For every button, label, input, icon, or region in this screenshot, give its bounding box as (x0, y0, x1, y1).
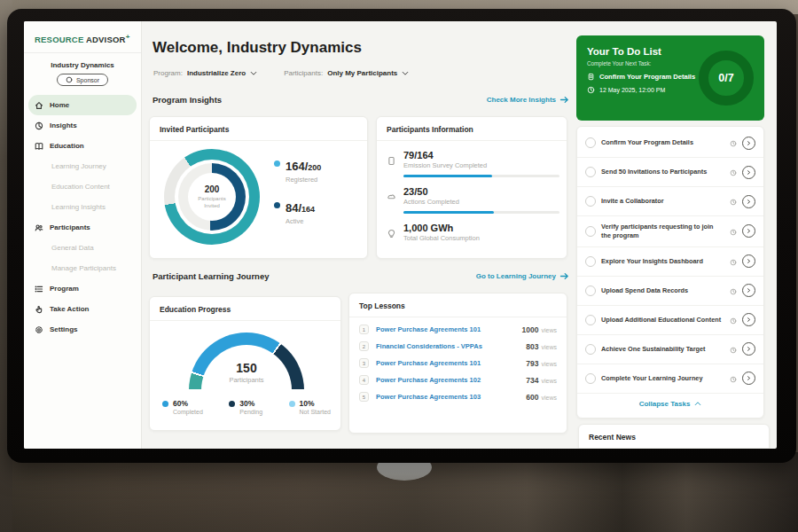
lesson-link[interactable]: Power Purchase Agreements 102 (376, 376, 519, 384)
views-suffix: views (541, 344, 557, 350)
sidebar-item-learning-insights[interactable]: Learning Insights (24, 197, 141, 217)
sidebar-item-label: Settings (50, 325, 78, 333)
sidebar-item-program[interactable]: Program (24, 278, 141, 299)
sidebar-item-insights[interactable]: Insights (24, 115, 141, 136)
task-row: Explore Your Insights Dashboard (577, 247, 763, 277)
legend-dot (162, 401, 168, 407)
progress-track (403, 175, 559, 177)
task-open-button[interactable] (742, 137, 755, 150)
actions-icon (387, 190, 396, 214)
chevron-right-icon (746, 258, 752, 264)
task-checkbox[interactable] (585, 315, 596, 325)
task-checkbox[interactable] (585, 256, 596, 267)
sponsor-icon (66, 76, 73, 83)
progress-track (403, 211, 559, 214)
sidebar-item-learning-journey[interactable]: Learning Journey (24, 156, 141, 176)
task-checkbox[interactable] (585, 344, 596, 355)
task-open-button[interactable] (742, 166, 755, 179)
clock-icon (730, 283, 737, 299)
sidebar-item-education[interactable]: Education (24, 136, 141, 156)
sidebar-item-label: Insights (50, 121, 77, 129)
program-insights-header: Program Insights Check More Insights (153, 95, 569, 105)
sidebar-item-education-content[interactable]: Education Content (24, 176, 141, 197)
legend-value: 164/ (286, 160, 308, 173)
task-row: Send 50 Invitations to Participants (577, 158, 763, 187)
lesson-row: 2 Financial Considerations - VPPAs 803vi… (349, 334, 567, 351)
section-title: Participant Learning Journey (153, 271, 269, 281)
task-label: Invite a Collaborator (601, 197, 724, 206)
legend-label: Registered (286, 176, 321, 184)
sidebar-item-general-data[interactable]: General Data (24, 238, 141, 258)
lesson-rank: 1 (359, 325, 369, 334)
task-label: Send 50 Invitations to Participants (601, 168, 724, 176)
lesson-link[interactable]: Financial Considerations - VPPAs (376, 342, 519, 350)
sidebar-item-participants[interactable]: Participants (24, 217, 141, 238)
take-action-icon (35, 305, 43, 314)
invited-donut-chart: 200 Participants Invited (164, 149, 260, 245)
recent-news-card: Recent News (578, 424, 770, 449)
lesson-link[interactable]: Power Purchase Agreements 103 (376, 393, 519, 401)
program-select-value: Industrialize Zero (187, 69, 246, 77)
task-open-button[interactable] (742, 284, 755, 297)
check-more-insights-link[interactable]: Check More Insights (487, 96, 569, 104)
legend-dot (289, 401, 295, 407)
task-open-button[interactable] (742, 372, 755, 385)
sidebar-item-label: Take Action (50, 305, 89, 313)
task-checkbox[interactable] (585, 226, 596, 237)
education-icon (35, 142, 43, 151)
logo-plus: + (126, 33, 130, 41)
task-open-button[interactable] (742, 195, 755, 208)
lesson-rank: 4 (359, 375, 369, 385)
consumption-icon (387, 226, 396, 242)
lesson-link[interactable]: Power Purchase Agreements 101 (376, 359, 519, 367)
todo-progress-value: 0/7 (718, 72, 733, 84)
legend-pct: 10% (300, 400, 331, 408)
task-checkbox[interactable] (585, 137, 596, 148)
task-checkbox[interactable] (585, 373, 596, 384)
task-checkbox[interactable] (585, 196, 596, 207)
legend-dot (274, 202, 280, 208)
task-checkbox[interactable] (585, 286, 596, 296)
learning-journey-header: Participant Learning Journey Go to Learn… (153, 271, 569, 281)
legend-total: 200 (308, 163, 321, 172)
dashboard-screen: RESOURCE ADVISOR+ Industry Dynamics Spon… (24, 21, 777, 449)
sidebar-item-label: Program (50, 285, 79, 293)
sidebar-item-label: Manage Participants (51, 264, 116, 272)
chevron-right-icon (746, 228, 752, 234)
legend-label: Completed (173, 409, 203, 415)
chevron-right-icon (746, 169, 752, 176)
sidebar-item-take-action[interactable]: Take Action (24, 299, 141, 319)
task-row: Upload Additional Educational Content (577, 306, 763, 335)
collapse-tasks-link[interactable]: Collapse Tasks (577, 394, 763, 411)
lesson-rank: 3 (359, 358, 369, 368)
task-open-button[interactable] (742, 224, 755, 238)
lesson-link[interactable]: Power Purchase Agreements 101 (376, 325, 515, 333)
link-label: Check More Insights (487, 96, 556, 104)
task-icon (587, 73, 595, 81)
task-checkbox[interactable] (585, 167, 596, 177)
sidebar-item-manage-participants[interactable]: Manage Participants (24, 258, 141, 278)
settings-icon (35, 325, 43, 334)
participants-select[interactable]: Participants: Only My Participants (284, 69, 409, 77)
info-label: Actions Completed (403, 198, 559, 206)
clock-icon (730, 193, 737, 209)
sidebar-item-settings[interactable]: Settings (24, 319, 141, 340)
donut-center-value: 200 (205, 184, 220, 194)
sidebar-item-label: Learning Insights (51, 203, 106, 211)
info-row-actions: 23/50 Actions Completed (377, 177, 567, 214)
legend-label: Pending (239, 409, 262, 415)
task-open-button[interactable] (742, 254, 755, 268)
legend-active: 84/164 Active (274, 200, 321, 225)
task-open-button[interactable] (742, 342, 755, 356)
lesson-rank: 5 (359, 392, 369, 402)
lesson-row: 5 Power Purchase Agreements 103 600views (349, 385, 567, 402)
go-to-learning-journey-link[interactable]: Go to Learning Journey (476, 272, 569, 280)
sponsor-badge[interactable]: Sponsor (57, 74, 108, 86)
task-row: Complete Your Learning Journey (577, 364, 763, 394)
info-label: Emission Survey Completed (403, 161, 559, 169)
chevron-down-icon (402, 71, 409, 76)
progress-fill (403, 211, 494, 214)
task-open-button[interactable] (742, 313, 755, 326)
program-select[interactable]: Program: Industrialize Zero (153, 69, 257, 77)
sidebar-item-home[interactable]: Home (28, 95, 137, 115)
